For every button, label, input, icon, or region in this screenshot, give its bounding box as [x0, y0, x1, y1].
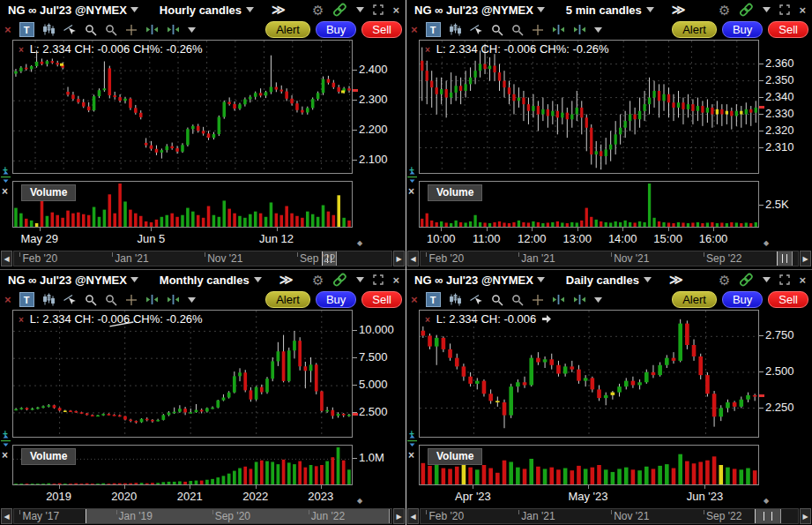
volume-close-icon[interactable]: × [2, 446, 8, 462]
close-icon[interactable]: × [799, 4, 806, 16]
scroll-right-button[interactable]: ▶ [800, 508, 811, 524]
remove-icon[interactable]: × [411, 294, 418, 305]
timeframe-dropdown[interactable]: Hourly candles [160, 4, 254, 17]
chevron-down-icon[interactable] [763, 7, 771, 12]
link-icon[interactable] [332, 3, 347, 17]
symbol-dropdown[interactable]: NG ∞ Jul'23 @NYMEX [8, 4, 138, 17]
buy-button[interactable]: Buy [722, 21, 763, 38]
close-icon[interactable]: × [799, 274, 806, 286]
time-axis[interactable]: ◆May 29Jun 5Jun 12 [12, 228, 353, 249]
scroll-right-button[interactable]: ▶ [393, 508, 405, 524]
remove-icon[interactable]: × [4, 294, 11, 305]
expand-bars-icon[interactable] [552, 294, 565, 305]
scrollbar-track[interactable]: May '17Jan '19Sep '20Jun '22 [13, 508, 392, 524]
scroll-end-icon[interactable]: ◆ [357, 233, 362, 249]
timeframe-dropdown[interactable]: Daily candles [566, 274, 652, 287]
zoom-in-icon[interactable] [85, 24, 97, 36]
time-axis[interactable]: ◆20192020202120222023 [12, 485, 353, 506]
remove-icon[interactable]: × [411, 24, 418, 35]
chart-type-icon[interactable] [449, 293, 462, 306]
volume-pane[interactable]: × Volume [12, 181, 353, 228]
scroll-left-button[interactable]: ◀ [1, 251, 12, 266]
alert-button[interactable]: Alert [672, 21, 717, 38]
chevron-down-icon[interactable] [594, 297, 602, 303]
legend-close-icon[interactable]: × [425, 42, 430, 56]
crosshair-icon[interactable] [125, 24, 138, 36]
volume-close-icon[interactable]: × [2, 183, 8, 199]
chevron-down-icon[interactable] [763, 277, 771, 282]
alert-button[interactable]: Alert [672, 291, 717, 308]
legend-close-icon[interactable]: × [19, 42, 24, 56]
remove-icon[interactable]: × [4, 24, 11, 35]
text-tool-button[interactable]: T [19, 292, 34, 307]
maximize-icon[interactable] [779, 4, 790, 15]
time-axis[interactable]: ◆10:0011:0012:0013:0014:0015:0016:00 [419, 228, 759, 249]
buy-button[interactable]: Buy [316, 291, 356, 308]
scroll-right-button[interactable]: ▶ [393, 251, 405, 266]
zoom-in-icon[interactable] [491, 294, 503, 306]
price-axis-col[interactable]: 10.0007.5005.0002.500 1.0M [353, 310, 406, 485]
forward-icon[interactable]: ≫ [272, 2, 286, 18]
gear-icon[interactable]: ⚙ [719, 4, 730, 17]
pane-resize-icon[interactable] [407, 171, 417, 183]
compress-bars-icon[interactable] [167, 24, 180, 35]
symbol-dropdown[interactable]: NG ∞ Jul'23 @NYMEX [414, 4, 545, 17]
pane-resize-icon[interactable] [407, 435, 417, 446]
scroll-end-icon[interactable]: ◆ [764, 233, 769, 249]
zoom-out-icon[interactable] [105, 294, 117, 306]
forward-icon[interactable]: ≫ [279, 272, 294, 288]
draw-line-icon[interactable] [470, 294, 483, 305]
text-tool-button[interactable]: T [19, 22, 34, 37]
scroll-left-button[interactable]: ◀ [407, 251, 419, 266]
pane-resize-icon[interactable] [1, 171, 11, 183]
zoom-in-icon[interactable] [85, 294, 97, 306]
forward-icon[interactable]: ≫ [672, 2, 686, 18]
zoom-out-icon[interactable] [511, 294, 524, 306]
compress-bars-icon[interactable] [573, 294, 586, 305]
compress-bars-icon[interactable] [573, 24, 586, 35]
close-icon[interactable]: × [392, 274, 399, 286]
alert-button[interactable]: Alert [265, 21, 310, 38]
gear-icon[interactable]: ⚙ [312, 4, 324, 17]
sell-button[interactable]: Sell [768, 21, 808, 38]
link-icon[interactable] [332, 273, 347, 287]
chart-type-icon[interactable] [449, 23, 462, 36]
draw-line-icon[interactable] [63, 24, 77, 35]
sell-button[interactable]: Sell [361, 291, 402, 308]
volume-pane[interactable]: × Volume [419, 181, 759, 228]
link-icon[interactable] [739, 3, 754, 17]
volume-pane[interactable]: × Volume [12, 445, 353, 485]
price-pane[interactable]: ×L: 2.334 CH: -0.006 CH%: -0.26% [12, 40, 353, 174]
timeframe-dropdown[interactable]: Monthly candles [160, 274, 262, 287]
symbol-dropdown[interactable]: NG ∞ Jul'23 @NYMEX [414, 274, 545, 287]
zoom-out-icon[interactable] [511, 24, 524, 36]
close-icon[interactable]: × [392, 4, 399, 16]
scroll-end-icon[interactable]: ◆ [357, 491, 362, 506]
price-pane[interactable]: ×L: 2.334 CH: -0.006 CH%: -0.26% [12, 310, 353, 438]
buy-button[interactable]: Buy [316, 21, 356, 38]
draw-line-icon[interactable] [470, 24, 483, 35]
scrollbar-track[interactable]: Feb '20Jan '21Nov '21Sep '22 [13, 251, 392, 266]
buy-button[interactable]: Buy [722, 291, 763, 308]
chart-type-icon[interactable] [42, 23, 56, 36]
scrollbar-thumb[interactable] [777, 251, 792, 266]
legend-expand-icon[interactable] [542, 315, 551, 323]
chart-type-icon[interactable] [42, 293, 56, 306]
volume-close-icon[interactable]: × [408, 183, 414, 199]
zoom-in-icon[interactable] [491, 24, 503, 36]
text-tool-button[interactable]: T [426, 22, 441, 37]
crosshair-icon[interactable] [125, 294, 138, 306]
crosshair-icon[interactable] [532, 24, 544, 36]
chevron-down-icon[interactable] [188, 297, 196, 303]
link-icon[interactable] [739, 273, 754, 287]
chevron-down-icon[interactable] [356, 277, 364, 282]
scroll-left-button[interactable]: ◀ [1, 508, 12, 524]
legend-close-icon[interactable]: × [19, 312, 24, 326]
price-axis-col[interactable]: 2.7502.5002.250 [759, 310, 812, 485]
zoom-out-icon[interactable] [105, 24, 117, 36]
maximize-icon[interactable] [373, 274, 384, 285]
chevron-down-icon[interactable] [594, 27, 602, 33]
scroll-left-button[interactable]: ◀ [407, 508, 419, 524]
alert-button[interactable]: Alert [265, 291, 310, 308]
expand-bars-icon[interactable] [145, 294, 159, 305]
